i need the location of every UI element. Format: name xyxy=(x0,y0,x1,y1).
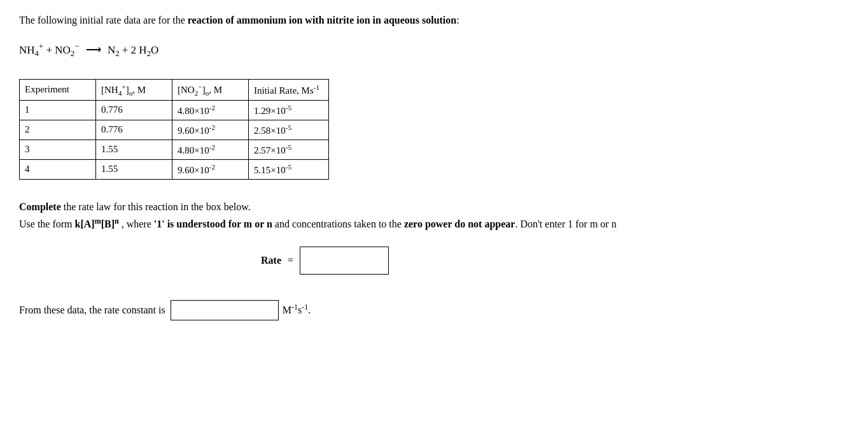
cell-no2: 9.60×10-2 xyxy=(172,159,249,179)
cell-experiment: 2 xyxy=(20,120,96,140)
instructions-zero: zero power do not appear xyxy=(404,218,515,229)
cell-rate: 5.15×10-5 xyxy=(249,159,329,179)
cell-no2: 9.60×10-2 xyxy=(172,120,249,140)
chemical-equation: NH4+ + NO2− ⟶ N2 + 2 H2O xyxy=(19,39,849,61)
cell-experiment: 4 xyxy=(20,159,96,179)
rate-constant-input[interactable] xyxy=(171,300,279,320)
rate-constant-label: From these data, the rate constant is xyxy=(19,302,165,319)
cell-rate: 1.29×10-5 xyxy=(249,100,329,120)
table-header-row: Experiment [NH4+]o, M [NO2−]o, M Initial… xyxy=(20,79,329,100)
reaction-arrow: ⟶ xyxy=(86,41,101,61)
rate-label: Rate xyxy=(261,255,281,266)
rate-constant-unit: M-1s-1. xyxy=(283,301,311,319)
rate-input-row: Rate = xyxy=(19,247,849,275)
nh4-sup: + xyxy=(39,42,43,51)
cell-no2: 4.80×10-2 xyxy=(172,140,249,159)
cell-nh4: 1.55 xyxy=(96,140,172,159)
intro-paragraph: The following initial rate data are for … xyxy=(19,13,849,28)
table-row: 10.7764.80×10-21.29×10-5 xyxy=(20,100,329,120)
col-no2: [NO2−]o, M xyxy=(172,79,249,100)
instructions-block: Complete the rate law for this reaction … xyxy=(19,199,643,233)
table-row: 41.559.60×10-25.15×10-5 xyxy=(20,159,329,179)
instructions-quote: '1' is understood for m or n xyxy=(154,218,272,229)
cell-rate: 2.57×10-5 xyxy=(249,140,329,159)
instructions-line2: Use the form k[A]m[B]n , where '1' is un… xyxy=(19,215,643,233)
instructions-complete: Complete xyxy=(19,201,61,212)
cell-nh4: 0.776 xyxy=(96,120,172,140)
rate-answer-input[interactable] xyxy=(300,247,389,275)
intro-text-start: The following initial rate data are for … xyxy=(19,15,188,25)
cell-rate: 2.58×10-5 xyxy=(249,120,329,140)
cell-experiment: 1 xyxy=(20,100,96,120)
cell-nh4: 1.55 xyxy=(96,159,172,179)
table-row: 31.554.80×10-22.57×10-5 xyxy=(20,140,329,159)
instructions-form: k[A]m[B]n xyxy=(75,218,119,229)
cell-experiment: 3 xyxy=(20,140,96,159)
rate-constant-row: From these data, the rate constant is M-… xyxy=(19,300,849,320)
cell-no2: 4.80×10-2 xyxy=(172,100,249,120)
instructions-line1-rest: the rate law for this reaction in the bo… xyxy=(61,201,251,212)
cell-nh4: 0.776 xyxy=(96,100,172,120)
table-row: 20.7769.60×10-22.58×10-5 xyxy=(20,120,329,140)
n2-sub: 2 xyxy=(115,49,119,58)
intro-text-end: : xyxy=(456,15,459,25)
no2-sup: − xyxy=(74,42,79,51)
data-table: Experiment [NH4+]o, M [NO2−]o, M Initial… xyxy=(19,79,329,180)
col-nh4: [NH4+]o, M xyxy=(96,79,172,100)
rate-equals-sign: = xyxy=(288,255,293,266)
intro-bold: reaction of ammonium ion with nitrite io… xyxy=(188,15,456,25)
col-experiment: Experiment xyxy=(20,79,96,100)
instructions-line1: Complete the rate law for this reaction … xyxy=(19,199,643,215)
col-initial-rate: Initial Rate, Ms-1 xyxy=(249,79,329,100)
h2o-sub: 2 xyxy=(147,49,151,58)
